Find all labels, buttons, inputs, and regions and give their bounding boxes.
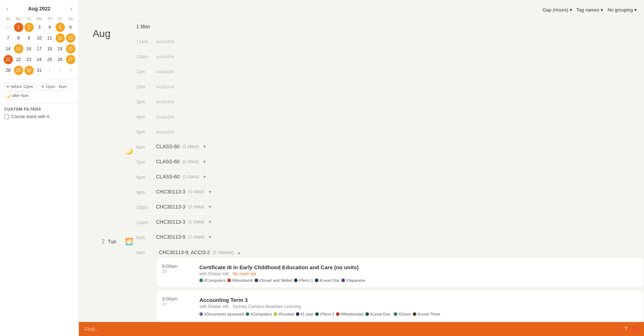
calendar-day-16[interactable]: 16	[24, 44, 34, 53]
calendar-day-13[interactable]: 13	[66, 33, 75, 43]
time-label: 5pm	[136, 129, 156, 135]
time-slot: 8pm CLASS-60 (1 class) ▾	[136, 171, 644, 186]
calendar-day-2[interactable]: 2	[24, 23, 34, 32]
tag-label: #Computers	[204, 278, 226, 283]
day-label-col: 2 Tue	[79, 231, 122, 336]
time-slot: 11am available	[136, 35, 644, 50]
calendar-day-7[interactable]: 7	[4, 33, 13, 43]
calendar-day-29[interactable]: 29	[14, 66, 23, 75]
calendar-day-9[interactable]: 9	[24, 33, 34, 43]
calendar-day-31[interactable]: 31	[35, 66, 44, 75]
expand-button[interactable]: ▾	[207, 189, 213, 195]
expand-button[interactable]: ▾	[207, 204, 213, 210]
slots-col: 1 Mon 11am available 12pm available 1pm	[136, 20, 644, 141]
expand-button[interactable]: ▾	[207, 219, 213, 225]
time-slot: 7pm CLASS-60 (1 class) ▾	[136, 156, 644, 171]
class-detail-meta: with Eliatan Hill No room set	[199, 271, 365, 276]
calendar-day-18[interactable]: 18	[45, 44, 55, 53]
month-header: Aug	[87, 24, 116, 41]
mini-calendar: SuMoTuWeThFrSa 3112345678910111213141516…	[0, 17, 79, 76]
tag: #Zoom	[394, 311, 411, 317]
month-header-section: Aug 1 Mon 11am available 12pm availabl	[79, 20, 644, 141]
time-slot: 8am CHC30113-9 (1 class) ▾	[136, 231, 644, 246]
calendar-day-17[interactable]: 17	[35, 44, 44, 53]
calendar-day-6[interactable]: 6	[66, 23, 75, 32]
calendar-month-title: Aug 2022	[28, 6, 50, 11]
grouping-control[interactable]: No grouping ▾	[607, 7, 637, 13]
time-slot: 9pm CHC30113-3 (1 class) ▾	[136, 186, 644, 201]
time-slot: 10pm CHC30113-3 (1 class) ▾	[136, 201, 644, 216]
tag-label: #Funded	[278, 312, 294, 316]
time-label: 10pm	[136, 204, 156, 210]
calendar-day-12[interactable]: 12	[56, 33, 65, 43]
bookmark-icon-button[interactable]: 🔖	[631, 326, 638, 332]
slot-content: available	[156, 53, 644, 60]
course-starts-a-checkbox[interactable]	[4, 115, 9, 119]
calendar-day-5[interactable]: 5	[56, 23, 65, 32]
help-icon-button[interactable]: ?	[624, 326, 628, 332]
tag-label: #Level One	[319, 278, 340, 283]
grouping-chevron-icon: ▾	[634, 7, 637, 13]
calendar-day-25[interactable]: 25	[45, 55, 55, 64]
day-label-col	[79, 141, 122, 231]
tag-label: #Term 2	[320, 312, 334, 316]
calendar-day-22[interactable]: 22	[14, 55, 23, 64]
calendar-day-11[interactable]: 11	[45, 33, 55, 43]
slot-content: available	[156, 113, 644, 120]
calendar-day-1[interactable]: 1	[45, 66, 55, 75]
slots-col: 8am CHC30113-9 (1 class) ▾ 9am	[136, 231, 644, 336]
gap-chevron-icon: ▾	[570, 7, 572, 13]
calendar-day-28[interactable]: 28	[4, 66, 13, 75]
available-text: available	[156, 38, 174, 44]
calendar-day-10[interactable]: 10	[35, 33, 44, 43]
calendar-day-1[interactable]: 1	[14, 23, 23, 32]
calendar-day-2[interactable]: 2	[56, 66, 65, 75]
class-detail-right: Accounting Term 3 with Eliatan Hill Sydn…	[199, 295, 440, 317]
course-starts-a-filter[interactable]: Course starts with A	[4, 114, 74, 119]
calendar-day-26[interactable]: 26	[56, 55, 65, 64]
calendar-day-3[interactable]: 3	[66, 66, 75, 75]
class-entry: CLASS-60 (1 class) ▾	[156, 144, 644, 149]
calendar-day-14[interactable]: 14	[4, 44, 13, 53]
class-name: CHC30113-3	[156, 204, 185, 210]
calendar-day-8[interactable]: 8	[14, 33, 23, 43]
time-slot: 6pm CLASS-60 (1 class) ▾	[136, 141, 644, 156]
calendar-day-3[interactable]: 3	[35, 23, 44, 32]
calendar-day-30[interactable]: 30	[24, 66, 34, 75]
calendar-day-31[interactable]: 31	[4, 23, 13, 32]
tag-label: #Woodwork	[232, 278, 253, 283]
calendar-day-24[interactable]: 24	[35, 55, 44, 64]
class-entry: CLASS-60 (1 class) ▾	[156, 159, 644, 164]
sidebar: ‹ Aug 2022 › SuMoTuWeThFrSa 311234567891…	[0, 0, 79, 336]
class-time: 8:00am	[162, 263, 191, 269]
expand-button[interactable]: ▾	[202, 174, 207, 179]
calendar-day-19[interactable]: 19	[56, 44, 65, 53]
calendar-day-23[interactable]: 23	[24, 55, 34, 64]
nav-next-button[interactable]: ›	[68, 5, 74, 12]
expand-button[interactable]: ▾	[207, 234, 213, 240]
calendar-day-27[interactable]: 27	[66, 55, 75, 64]
time-label: 2pm	[136, 83, 156, 89]
gap-hours-label: Gap (Hours)	[543, 7, 568, 13]
time-icon-col	[122, 20, 136, 141]
expand-button[interactable]: ▾	[202, 144, 207, 149]
gap-hours-control[interactable]: Gap (Hours) ▾	[543, 7, 572, 13]
before-12pm-filter[interactable]: ☀ before 12pm	[3, 83, 36, 90]
time-label: 8am	[136, 234, 156, 240]
calendar-day-4[interactable]: 4	[45, 23, 55, 32]
12pm-6pm-filter[interactable]: ☀ 12pm - 6pm	[38, 83, 70, 90]
calendar-day-15[interactable]: 15	[14, 44, 23, 53]
class-name: CLASS-60	[156, 159, 180, 164]
tag-names-control[interactable]: Tag names ▾	[577, 7, 603, 13]
time-slot: 5pm available	[136, 126, 644, 141]
expand-button[interactable]: ▾	[202, 159, 207, 164]
calendar-day-21[interactable]: 21	[4, 55, 13, 64]
calendar-day-20[interactable]: 20	[66, 44, 75, 53]
after-6pm-filter[interactable]: 🌙 after 6pm	[3, 92, 32, 99]
class-detail-left: 8:00am 2h	[162, 263, 191, 283]
search-input[interactable]	[85, 326, 621, 332]
class-detail-name: Certificate III in Early Childhood Educa…	[199, 264, 365, 270]
tag: #Level One	[315, 278, 340, 283]
nav-prev-button[interactable]: ‹	[4, 5, 10, 12]
collapse-button[interactable]: ▴	[236, 249, 242, 255]
